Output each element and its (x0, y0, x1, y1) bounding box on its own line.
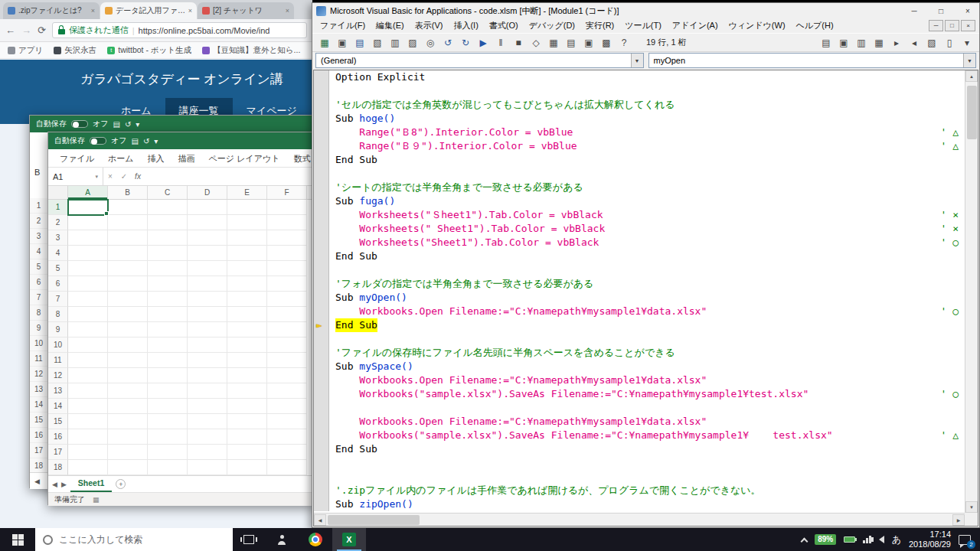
code-line[interactable]: Sub hoge() (314, 112, 965, 126)
code-line[interactable]: Workbooks("sample.xlsx").SaveAs Filename… (314, 387, 965, 401)
object-dropdown[interactable]: (General) ▼ (315, 53, 644, 68)
cell-F4[interactable] (267, 246, 307, 261)
cell-D17[interactable] (188, 445, 227, 460)
paste-icon[interactable]: ▨ (405, 35, 420, 50)
cell-A5[interactable] (68, 261, 108, 276)
cell-A14[interactable] (68, 399, 108, 414)
code-line[interactable]: Sub mySpace() (314, 360, 965, 373)
row-header[interactable]: 17 (48, 445, 68, 460)
cell-F3[interactable] (267, 230, 307, 246)
undo-icon[interactable]: ↺ (125, 120, 131, 129)
cell-D10[interactable] (188, 337, 227, 353)
code-line[interactable] (314, 263, 965, 277)
row-header[interactable]: 14 (48, 399, 68, 414)
cell-A16[interactable] (68, 429, 108, 445)
cell-B7[interactable] (108, 292, 148, 307)
code-line[interactable]: Workbooks("sample.xlsx").SaveAs Filename… (314, 429, 965, 442)
code-line[interactable]: Worksheets("Sheet1").Tab.Color = vbBlack… (314, 236, 965, 249)
cell-F10[interactable] (267, 337, 307, 353)
excel-titlebar[interactable]: 自動保存 オフ ▤ ↺ ▾ (48, 132, 313, 149)
code-line[interactable]: End Sub (314, 249, 965, 263)
cell-B12[interactable] (108, 368, 148, 383)
insert-userform-icon[interactable]: ▣ (335, 35, 350, 50)
cell-F14[interactable] (267, 399, 307, 414)
cell-E18[interactable] (227, 460, 267, 475)
column-header[interactable]: C (148, 186, 188, 199)
scrollbar-thumb[interactable] (967, 86, 977, 139)
ribbon-tab[interactable]: 数式 (286, 149, 313, 168)
cell-E6[interactable] (227, 276, 267, 292)
menu-item[interactable]: 編集(E) (371, 18, 410, 33)
column-header[interactable]: F (267, 186, 307, 199)
sheet-nav-left-icon[interactable]: ◀ (52, 481, 57, 488)
ribbon-tab[interactable]: ホーム (101, 149, 141, 168)
redo-icon[interactable]: ↻ (458, 35, 473, 50)
taskbar-clock[interactable]: 17:14 2018/08/29 (909, 530, 951, 549)
row-header[interactable]: 6 (48, 276, 68, 292)
cell-C6[interactable] (148, 276, 188, 292)
cell-E11[interactable] (227, 353, 267, 368)
row-header[interactable]: 1 (48, 200, 68, 215)
close-button[interactable]: × (956, 4, 979, 18)
copy-icon[interactable]: ▥ (387, 35, 403, 50)
cell-A10[interactable] (68, 337, 108, 353)
ribbon-tab[interactable]: ページ レイアウト (202, 149, 287, 168)
ribbon-tab[interactable]: 描画 (172, 149, 202, 168)
row-header[interactable]: 13 (48, 383, 68, 399)
row-header[interactable]: 3 (48, 230, 68, 246)
row-header[interactable]: 7 (48, 292, 68, 307)
code-line[interactable]: Option Explicit (314, 70, 965, 84)
minimize-button[interactable]: ─ (903, 4, 926, 18)
cell-F7[interactable] (267, 292, 307, 307)
code-line[interactable] (314, 332, 965, 346)
cell-E12[interactable] (227, 368, 267, 383)
find-icon[interactable]: ◎ (423, 35, 438, 50)
outdent-icon[interactable]: ◂ (906, 35, 922, 50)
macro-record-icon[interactable]: ▦ (93, 496, 100, 504)
cell-E13[interactable] (227, 383, 267, 399)
cell-B13[interactable] (108, 383, 148, 399)
cell-C3[interactable] (148, 230, 188, 246)
save-icon[interactable]: ▤ (131, 137, 138, 145)
cell-F11[interactable] (267, 353, 307, 368)
reset-icon[interactable]: ■ (511, 35, 526, 50)
sheet-tab[interactable]: Sheet1 (70, 476, 112, 492)
start-button[interactable] (0, 528, 35, 551)
code-line[interactable]: Workbooks.Open Filename:="C:¥namepath¥my… (314, 415, 965, 429)
ribbon-tab[interactable]: 挿入 (141, 149, 172, 168)
menu-item[interactable]: ツール(T) (619, 18, 667, 33)
code-line[interactable]: 'シートの指定では半角全角まで一致させる必要がある (314, 181, 965, 194)
browser-tab[interactable]: データ記入用ファイルを配布× (100, 2, 197, 19)
cell-B11[interactable] (108, 353, 148, 368)
action-center-icon[interactable]: 2 (959, 535, 971, 545)
cell-B10[interactable] (108, 337, 148, 353)
cell-F15[interactable] (267, 414, 307, 429)
row-header[interactable]: 5 (48, 261, 68, 276)
cell-B2[interactable] (108, 215, 148, 230)
row-header[interactable]: 15 (48, 414, 68, 429)
cell-E4[interactable] (227, 246, 267, 261)
taskbar-app-excel[interactable]: X (332, 528, 366, 551)
cell-D13[interactable] (188, 383, 227, 399)
battery-icon[interactable] (844, 536, 855, 543)
ribbon-tab[interactable]: ファイル (53, 149, 101, 168)
cell-B6[interactable] (108, 276, 148, 292)
task-view-button[interactable] (233, 528, 265, 551)
help-icon[interactable]: ? (616, 35, 632, 50)
cell-A12[interactable] (68, 368, 108, 383)
code-line[interactable]: 'セルの指定では全角英数が混じってもこびとちゃんは拡大解釈してくれる (314, 98, 965, 112)
title-bar[interactable]: Microsoft Visual Basic for Applications … (312, 3, 979, 18)
tab-close-icon[interactable]: × (91, 7, 95, 15)
cell-E3[interactable] (227, 230, 267, 246)
cell-C18[interactable] (148, 460, 188, 475)
cell-D2[interactable] (188, 215, 227, 230)
cell-B18[interactable] (108, 460, 148, 475)
menu-item[interactable]: 書式(O) (484, 18, 524, 33)
comment-block-icon[interactable]: ▧ (924, 35, 939, 50)
code-line[interactable]: Sub zipOpen() (314, 497, 965, 511)
refresh-icon[interactable]: ⟳ (38, 24, 46, 36)
code-line[interactable]: Workbooks.Open Filename:="C:¥namepath¥my… (314, 305, 965, 318)
code-line[interactable]: '.zipファイル内のファイルは手作業であれば開けるが、プログラムで開くことがで… (314, 484, 965, 497)
cell-A8[interactable] (68, 307, 108, 322)
network-icon[interactable] (863, 536, 871, 543)
